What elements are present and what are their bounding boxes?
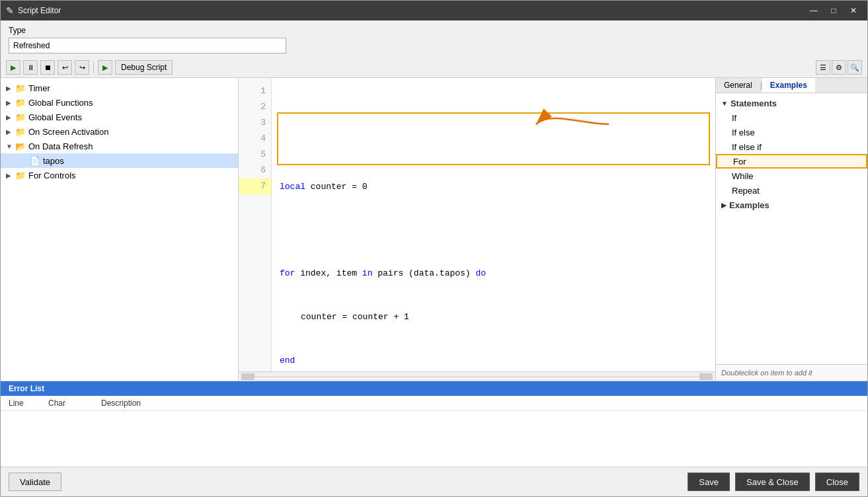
tree-item-tapos[interactable]: 📄 tapos (1, 153, 238, 168)
horizontal-scrollbar[interactable] (239, 371, 715, 381)
tree-item-global-events[interactable]: ▶ 📁 Global Events (1, 110, 238, 124)
folder-icon: 📁 (15, 98, 26, 108)
minimize-button[interactable]: — (805, 4, 822, 17)
type-label: Type (9, 26, 859, 35)
error-header: Error List (1, 381, 867, 396)
code-line-2 (280, 223, 707, 239)
toolbar-filter-icon[interactable]: ⚙ (832, 60, 846, 75)
error-panel: Error List Line Char Description (1, 381, 867, 467)
line-num-1: 1 (239, 83, 271, 99)
item-label: For (733, 157, 746, 167)
expand-icon: ▶ (6, 128, 15, 135)
right-hint: Doubleclick on item to add it (716, 364, 867, 381)
rtree-item-if[interactable]: If (716, 110, 867, 125)
tree-item-label: On Data Refresh (28, 141, 93, 151)
item-label: If (732, 113, 736, 123)
line-num-6: 6 (239, 163, 271, 178)
tree-item-on-data-refresh[interactable]: ▼ 📂 On Data Refresh (1, 139, 238, 153)
section-label: Statements (730, 98, 777, 108)
toolbar-step-fwd-btn[interactable]: ↪ (75, 60, 89, 75)
main-area: ▶ 📁 Timer ▶ 📁 Global Functions ▶ 📁 Globa… (1, 78, 867, 381)
expand-icon: ▶ (6, 114, 15, 121)
right-tabs: General | Examples (716, 78, 867, 93)
right-buttons: Save Save & Close Close (688, 473, 859, 491)
rtree-item-for[interactable]: For (716, 154, 867, 169)
type-input[interactable] (9, 38, 286, 54)
type-bar: Type (1, 20, 867, 57)
close-window-button[interactable]: ✕ (845, 4, 862, 17)
expand-icon: ▶ (6, 85, 15, 92)
item-label: If else if (732, 142, 762, 152)
close-button[interactable]: Close (815, 473, 859, 491)
toolbar-pause-btn[interactable]: ⏸ (23, 60, 38, 75)
folder-icon: 📁 (15, 127, 26, 137)
expand-icon: ▶ (6, 172, 15, 179)
toolbar-list-icon[interactable]: ☰ (816, 60, 830, 75)
folder-icon: 📁 (15, 171, 26, 180)
arrow-overlay (530, 104, 615, 144)
col-header-description: Description (101, 399, 859, 408)
title-bar-left: ✎ Script Editor (6, 5, 61, 16)
tree-item-timer[interactable]: ▶ 📁 Timer (1, 81, 238, 95)
for-box-highlight (277, 112, 710, 165)
error-body (1, 411, 867, 467)
tree-item-global-functions[interactable]: ▶ 📁 Global Functions (1, 95, 238, 110)
window-title: Script Editor (18, 6, 61, 15)
toolbar-run-btn[interactable]: ▶ (6, 60, 20, 75)
validate-button[interactable]: Validate (9, 473, 61, 491)
debug-script-button[interactable]: Debug Script (115, 60, 173, 75)
title-bar: ✎ Script Editor — □ ✕ (1, 1, 867, 20)
rtree-item-if-else-if[interactable]: If else if (716, 139, 867, 154)
tree-item-for-controls[interactable]: ▶ 📁 For Controls (1, 168, 238, 182)
item-label: Repeat (732, 186, 760, 196)
folder-icon: 📁 (15, 112, 26, 122)
code-line-5: end (280, 353, 707, 369)
save-button[interactable]: Save (688, 473, 730, 491)
tree-item-label: tapos (43, 156, 64, 166)
app-icon: ✎ (6, 5, 14, 16)
folder-icon: 📂 (15, 141, 26, 151)
expand-icon: ▼ (6, 143, 15, 150)
code-line-4: counter = counter + 1 (280, 309, 707, 325)
toolbar-separator (93, 61, 94, 73)
rtree-statements-header[interactable]: ▼ Statements (716, 96, 867, 110)
code-content[interactable]: local counter = 0 for index, item in pai… (272, 78, 715, 371)
tree-item-label: Global Functions (28, 98, 93, 108)
error-columns: Line Char Description (1, 396, 867, 411)
code-scroll[interactable]: 1 2 3 4 5 6 7 (239, 78, 715, 371)
toolbar-play-btn[interactable]: ▶ (98, 60, 112, 75)
file-icon: 📄 (30, 156, 40, 166)
toolbar-right-icons: ☰ ⚙ 🔍 (816, 60, 862, 75)
rtree-item-repeat[interactable]: Repeat (716, 183, 867, 198)
tree-item-label: Global Events (28, 112, 82, 122)
tab-examples[interactable]: Examples (762, 78, 815, 93)
right-panel: General | Examples ▼ Statements If If el… (715, 78, 867, 381)
tree-item-on-screen-activation[interactable]: ▶ 📁 On Screen Activation (1, 124, 238, 139)
bottom-bar: Validate Save Save & Close Close (1, 467, 867, 496)
rtree-item-if-else[interactable]: If else (716, 125, 867, 139)
toolbar: ▶ ⏸ ⏹ ↩ ↪ ▶ Debug Script ☰ ⚙ 🔍 (1, 57, 867, 78)
tab-general[interactable]: General (716, 78, 760, 93)
line-num-3: 3 (239, 115, 271, 131)
maximize-button[interactable]: □ (825, 4, 842, 17)
line-num-5: 5 (239, 147, 271, 163)
tree-item-label: Timer (28, 83, 50, 93)
line-num-7: 7 (239, 178, 271, 194)
expand-icon: ▼ (721, 100, 728, 107)
rtree-examples-header[interactable]: ▶ Examples (716, 198, 867, 212)
item-label: If else (732, 128, 755, 137)
line-num-2: 2 (239, 99, 271, 115)
toolbar-stop-btn[interactable]: ⏹ (40, 60, 55, 75)
toolbar-search-icon[interactable]: 🔍 (848, 60, 862, 75)
code-area: 1 2 3 4 5 6 7 (239, 78, 715, 381)
folder-icon: 📁 (15, 83, 26, 93)
title-bar-controls: — □ ✕ (805, 4, 862, 17)
line-num-4: 4 (239, 131, 271, 147)
rtree-item-while[interactable]: While (716, 169, 867, 183)
left-panel: ▶ 📁 Timer ▶ 📁 Global Functions ▶ 📁 Globa… (1, 78, 239, 381)
code-line-1: local counter = 0 (280, 180, 707, 196)
script-editor-window: ✎ Script Editor — □ ✕ Type ▶ ⏸ ⏹ ↩ ↪ ▶ D… (0, 0, 868, 497)
col-header-line: Line (9, 399, 48, 408)
toolbar-step-back-btn[interactable]: ↩ (58, 60, 72, 75)
save-close-button[interactable]: Save & Close (735, 473, 810, 491)
